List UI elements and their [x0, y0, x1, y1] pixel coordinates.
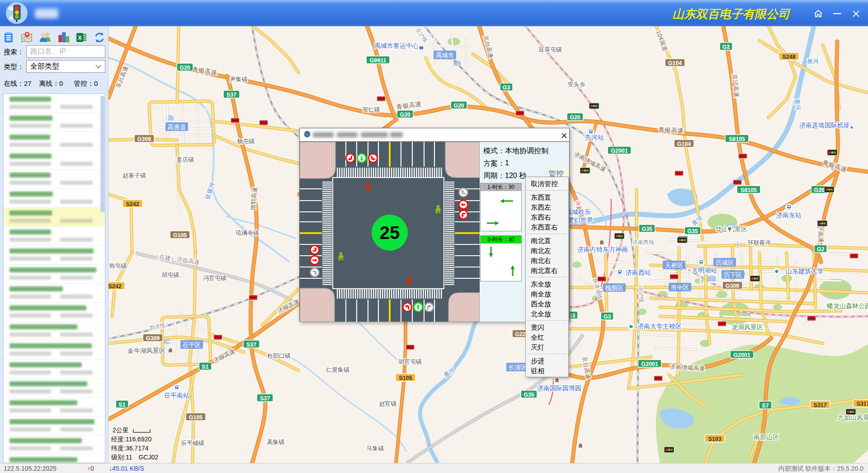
svg-text:25: 25 [380, 223, 400, 243]
svg-text:琉璃寺镇: 琉璃寺镇 [236, 229, 259, 236]
svg-text:S37: S37 [260, 395, 270, 402]
svg-text:茌平区: 茌平区 [183, 342, 201, 348]
svg-text:G104: G104 [668, 60, 682, 66]
svg-text:济南方特东方神画: 济南方特东方神画 [577, 246, 628, 253]
svg-text:大明湖站: 大明湖站 [692, 267, 717, 274]
svg-text:姜店镇: 姜店镇 [177, 156, 194, 163]
svg-text:济南国际园博园: 济南国际园博园 [537, 384, 581, 392]
svg-text:禹城市客运中心: 禹城市客运中心 [374, 42, 419, 49]
svg-text:G22: G22 [515, 331, 526, 337]
svg-text:高唐县: 高唐县 [168, 124, 186, 131]
svg-text:经度:116.6920: 经度:116.6920 [111, 436, 151, 443]
svg-text:马集镇: 马集镇 [367, 445, 384, 452]
svg-text:宣章屯镇: 宣章屯镇 [538, 46, 562, 53]
svg-text:黄河: 黄河 [807, 58, 819, 65]
svg-text:S242: S242 [108, 283, 122, 290]
svg-text:G2001: G2001 [733, 352, 750, 358]
svg-text:槐荫区: 槐荫区 [605, 285, 624, 291]
svg-text:杜郎口镇: 杜郎口镇 [267, 352, 291, 359]
svg-text:S248: S248 [782, 54, 795, 60]
svg-text:G104: G104 [677, 141, 691, 147]
svg-text:G309: G309 [146, 335, 160, 342]
svg-text:G20: G20 [179, 65, 190, 71]
svg-text:青银高速: 青银高速 [658, 126, 684, 134]
svg-text:杨屯镇: 杨屯镇 [237, 138, 255, 145]
svg-text:S7: S7 [762, 403, 769, 409]
svg-text:S8105: S8105 [741, 187, 757, 193]
svg-text:济南大学主校区: 济南大学主校区 [637, 323, 682, 330]
svg-text:山东建筑大学: 山东建筑大学 [786, 267, 824, 275]
svg-text:G35: G35 [642, 226, 652, 232]
svg-text:S37: S37 [246, 342, 256, 348]
svg-text:纬度:36.7174: 纬度:36.7174 [111, 445, 149, 452]
svg-text:尹集镇: 尹集镇 [230, 76, 248, 83]
svg-text:G105: G105 [189, 414, 203, 421]
svg-text:G20: G20 [453, 103, 464, 109]
svg-text:仁里集镇: 仁里集镇 [326, 366, 349, 373]
svg-text:历城区: 历城区 [716, 259, 734, 266]
svg-text:济南西站: 济南西站 [626, 269, 651, 276]
svg-text:蟠龙山森林公园: 蟠龙山森林公园 [827, 302, 868, 309]
svg-text:安头乡: 安头乡 [568, 81, 585, 88]
svg-text:G309: G309 [726, 283, 740, 289]
svg-text:京沪线: 京沪线 [637, 286, 644, 303]
svg-text:韩屯镇: 韩屯镇 [109, 262, 127, 269]
svg-text:2公里: 2公里 [113, 426, 129, 434]
svg-text:G9911: G9911 [370, 57, 387, 64]
svg-text:齐河站: 齐河站 [585, 134, 604, 141]
svg-text:龙洞风景区: 龙洞风景区 [731, 323, 763, 331]
svg-text:梦幻世界: 梦幻世界 [568, 216, 593, 224]
svg-text:S8105: S8105 [729, 136, 745, 142]
svg-text:黄河: 黄河 [794, 98, 802, 111]
svg-text:市中区: 市中区 [671, 284, 689, 291]
svg-text:G35: G35 [524, 392, 534, 398]
svg-text:南部山区: 南部山区 [754, 433, 779, 440]
svg-text:G35: G35 [687, 228, 698, 234]
svg-text:济南西线: 济南西线 [632, 239, 654, 245]
svg-text:G3: G3 [503, 84, 510, 91]
svg-text:G2001: G2001 [611, 148, 628, 154]
svg-text:金牛湖风景区: 金牛湖风景区 [127, 347, 165, 354]
svg-text:G20: G20 [570, 114, 580, 121]
svg-text:S105: S105 [399, 375, 412, 381]
svg-text:安仁镇: 安仁镇 [363, 106, 380, 113]
svg-text:济南遥墙国际机场: 济南遥墙国际机场 [799, 122, 850, 129]
svg-text:长清区: 长清区 [509, 364, 527, 371]
svg-text:G3: G3 [604, 314, 611, 320]
svg-text:G2: G2 [817, 246, 825, 253]
svg-text:G35: G35 [814, 187, 825, 193]
svg-text:高集镇: 高集镇 [267, 439, 285, 445]
svg-text:赵官镇: 赵官镇 [379, 400, 397, 407]
svg-text:赵寨子镇: 赵寨子镇 [123, 172, 146, 179]
svg-text:济南东站: 济南东站 [776, 211, 802, 219]
svg-text:G308: G308 [137, 136, 151, 142]
svg-text:冯官屯镇: 冯官屯镇 [203, 275, 226, 281]
svg-text:历下区: 历下区 [724, 272, 742, 278]
svg-text:X: X [78, 34, 82, 41]
svg-text:G105: G105 [173, 232, 187, 239]
svg-text:S1: S1 [118, 402, 125, 408]
svg-text:G2: G2 [722, 44, 730, 50]
svg-text:S37: S37 [226, 92, 236, 98]
svg-text:S317: S317 [856, 401, 868, 407]
svg-text:胡屯镇: 胡屯镇 [162, 272, 179, 278]
svg-text:级别:11 GCJ02: 级别:11 GCJ02 [111, 454, 158, 461]
svg-text:S1: S1 [202, 364, 208, 370]
svg-text:G20: G20 [400, 112, 410, 118]
svg-text:S317: S317 [813, 402, 826, 408]
svg-text:禹城市: 禹城市 [436, 52, 454, 59]
svg-text:环联夜市: 环联夜市 [747, 239, 771, 246]
svg-text:S103: S103 [708, 436, 721, 442]
svg-text:S242: S242 [126, 201, 139, 207]
svg-text:乐平铺镇: 乐平铺镇 [181, 440, 204, 446]
svg-text:胡官屯镇: 胡官屯镇 [398, 358, 422, 365]
svg-text:茌平南站: 茌平南站 [164, 392, 189, 399]
svg-text:天桥区: 天桥区 [665, 262, 684, 269]
svg-text:G2001: G2001 [641, 361, 658, 367]
